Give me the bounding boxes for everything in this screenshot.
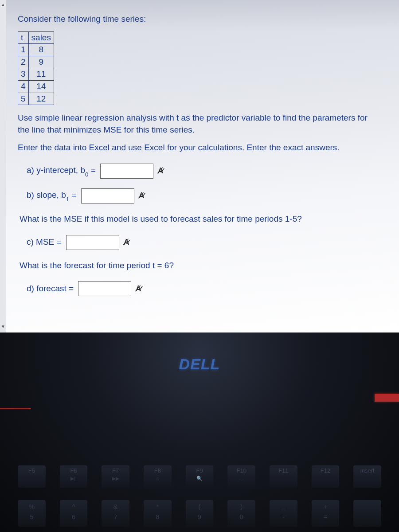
table-row: 414 (18, 80, 54, 93)
answer-c-input[interactable] (66, 235, 119, 250)
spellcheck-icon[interactable]: A̸ ✓ (136, 283, 141, 294)
instruction-excel: Enter the data into Excel and use Excel … (18, 142, 381, 154)
table-row: 512 (18, 93, 54, 105)
key-f7: F7▶▶ (102, 466, 129, 488)
answer-b-input[interactable] (81, 188, 134, 203)
question-c-row: c) MSE = A̸ ✓ (27, 235, 381, 250)
instruction-forecast: What is the forecast for time period t =… (20, 260, 381, 272)
answer-d-input[interactable] (78, 281, 131, 296)
question-c-label: c) MSE = (27, 236, 62, 248)
question-d-row: d) forecast = A̸ ✓ (27, 281, 381, 296)
key-f11: F11 (270, 466, 297, 488)
scroll-up-arrow[interactable]: ▲ (1, 2, 5, 8)
number-key-row: %5 ^6 &7 *8 (9 )0 _- += (18, 500, 381, 527)
key-9: (9 (186, 500, 214, 527)
answer-a-input[interactable] (100, 164, 153, 179)
time-series-table: t sales 18 29 311 414 512 (18, 31, 54, 106)
question-a-label: a) y-intercept, b0 = (27, 164, 96, 177)
spellcheck-icon[interactable]: A̸ ✓ (124, 237, 129, 248)
laptop-body: DELL F5 F6▶|| F7▶▶ F8⌂ F9🔍 F10— F11 F12 … (0, 332, 399, 532)
red-reflection (375, 394, 399, 402)
table-header-row: t sales (18, 31, 54, 44)
scroll-down-arrow[interactable]: ▼ (1, 324, 5, 330)
col-header-sales: sales (28, 31, 54, 44)
key-f8: F8⌂ (144, 466, 172, 488)
table-row: 18 (18, 44, 54, 56)
key-8: *8 (144, 500, 172, 527)
key-f9: F9🔍 (186, 466, 214, 488)
question-b-label: b) slope, b1 = (27, 189, 77, 202)
table-row: 29 (18, 56, 54, 68)
question-panel: ▲ ▼ Consider the following time series: … (0, 0, 399, 332)
key-f6: F6▶|| (60, 466, 88, 488)
key-6: ^6 (60, 500, 88, 527)
question-a-row: a) y-intercept, b0 = A̸ ✓ (27, 164, 381, 179)
instruction-regression: Use simple linear regression analysis wi… (18, 112, 381, 136)
function-key-row: F5 F6▶|| F7▶▶ F8⌂ F9🔍 F10— F11 F12 inser… (18, 466, 381, 488)
table-row: 311 (18, 68, 54, 81)
key-f12: F12 (312, 466, 340, 488)
key-blank (353, 500, 381, 527)
spellcheck-icon[interactable]: A̸ ✓ (139, 190, 145, 201)
key-f5: F5 (18, 466, 46, 488)
dell-logo: DELL (179, 356, 220, 373)
key-7: &7 (102, 500, 129, 527)
question-b-row: b) slope, b1 = A̸ ✓ (27, 188, 381, 203)
vertical-scrollbar[interactable]: ▲ ▼ (0, 0, 6, 332)
red-reflection (0, 408, 31, 409)
key-5: %5 (18, 500, 46, 527)
question-d-label: d) forecast = (27, 283, 74, 295)
instruction-mse: What is the MSE if this model is used to… (20, 213, 381, 225)
key-minus: _- (270, 500, 297, 527)
key-insert: insert (353, 466, 381, 488)
intro-text: Consider the following time series: (18, 13, 381, 25)
spellcheck-icon[interactable]: A̸ ✓ (158, 165, 164, 176)
key-0: )0 (227, 500, 255, 527)
key-f10: F10— (227, 466, 255, 488)
col-header-t: t (18, 31, 29, 44)
key-equals: += (312, 500, 340, 527)
